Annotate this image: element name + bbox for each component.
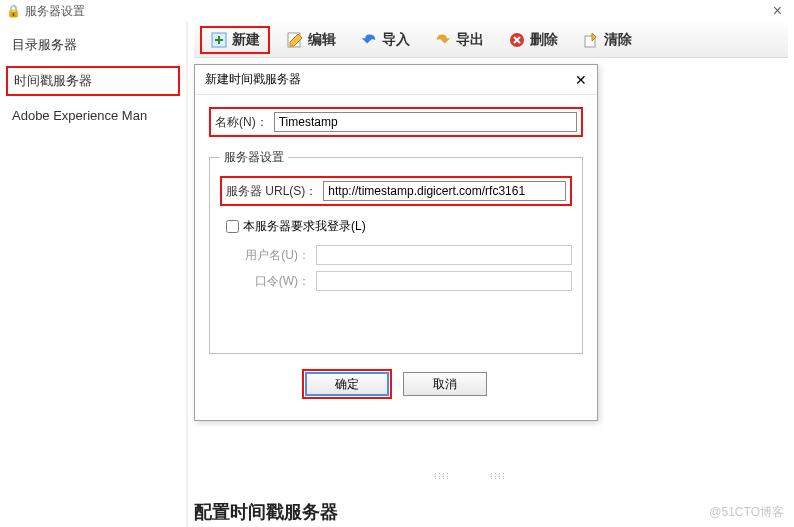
new-icon [210, 31, 228, 49]
delete-button[interactable]: 删除 [500, 28, 566, 52]
edit-icon [286, 31, 304, 49]
sidebar: 目录服务器 时间戳服务器 Adobe Experience Man [0, 22, 186, 527]
url-label: 服务器 URL(S)： [226, 183, 317, 200]
new-button[interactable]: 新建 [200, 26, 270, 54]
username-row: 用户名(U)： [240, 245, 572, 265]
export-button[interactable]: 导出 [426, 28, 492, 52]
footer-heading: 配置时间戳服务器 [194, 500, 338, 524]
dialog-footer: 确定 取消 [209, 362, 583, 410]
clear-icon [582, 31, 600, 49]
watermark: @51CTO博客 [709, 504, 784, 521]
cancel-button[interactable]: 取消 [403, 372, 487, 396]
toolbar: 新建 编辑 导入 导出 [194, 22, 788, 58]
export-label: 导出 [456, 31, 484, 49]
sidebar-item-adobe[interactable]: Adobe Experience Man [6, 104, 180, 127]
username-label: 用户名(U)： [240, 247, 310, 264]
username-input [316, 245, 572, 265]
dialog-title-text: 新建时间戳服务器 [205, 71, 301, 88]
ok-button[interactable]: 确定 [305, 372, 389, 396]
login-checkbox[interactable] [226, 220, 239, 233]
sidebar-item-label: 目录服务器 [12, 37, 77, 52]
login-checkbox-label: 本服务器要求我登录(L) [243, 218, 366, 235]
new-label: 新建 [232, 31, 260, 49]
password-input [316, 271, 572, 291]
edit-label: 编辑 [308, 31, 336, 49]
cancel-label: 取消 [433, 376, 457, 393]
name-row: 名称(N)： [209, 107, 583, 137]
content-area: 新建 编辑 导入 导出 [188, 22, 794, 527]
delete-label: 删除 [530, 31, 558, 49]
dialog-close-icon[interactable]: ✕ [575, 72, 587, 88]
sidebar-item-label: 时间戳服务器 [14, 73, 92, 88]
export-icon [434, 31, 452, 49]
server-settings-window: 🔒 服务器设置 × 目录服务器 时间戳服务器 Adobe Experience … [0, 0, 794, 527]
url-row: 服务器 URL(S)： [220, 176, 572, 206]
server-settings-group: 服务器设置 服务器 URL(S)： 本服务器要求我登录(L) 用户名(U)： [209, 149, 583, 354]
url-input[interactable] [323, 181, 566, 201]
password-row: 口令(W)： [240, 271, 572, 291]
window-title: 服务器设置 [25, 3, 85, 20]
edit-button[interactable]: 编辑 [278, 28, 344, 52]
ok-label: 确定 [335, 376, 359, 393]
sidebar-item-timestamp[interactable]: 时间戳服务器 [6, 66, 180, 96]
import-button[interactable]: 导入 [352, 28, 418, 52]
titlebar: 🔒 服务器设置 × [0, 0, 794, 22]
dialog-titlebar: 新建时间戳服务器 ✕ [195, 65, 597, 95]
login-checkbox-row: 本服务器要求我登录(L) [226, 218, 572, 235]
clear-label: 清除 [604, 31, 632, 49]
import-icon [360, 31, 378, 49]
name-input[interactable] [274, 112, 577, 132]
pager-handle: ⫶⫶⫶⫶⫶⫶⫶⫶ [433, 472, 533, 480]
name-label: 名称(N)： [215, 114, 268, 131]
new-timestamp-dialog: 新建时间戳服务器 ✕ 名称(N)： 服务器设置 服务器 URL(S)： [194, 64, 598, 421]
lock-icon: 🔒 [6, 4, 21, 18]
sidebar-item-directory[interactable]: 目录服务器 [6, 32, 180, 58]
delete-icon [508, 31, 526, 49]
group-legend: 服务器设置 [220, 149, 288, 166]
import-label: 导入 [382, 31, 410, 49]
clear-button[interactable]: 清除 [574, 28, 640, 52]
close-icon[interactable]: × [767, 2, 788, 20]
password-label: 口令(W)： [240, 273, 310, 290]
sidebar-item-label: Adobe Experience Man [12, 108, 147, 123]
